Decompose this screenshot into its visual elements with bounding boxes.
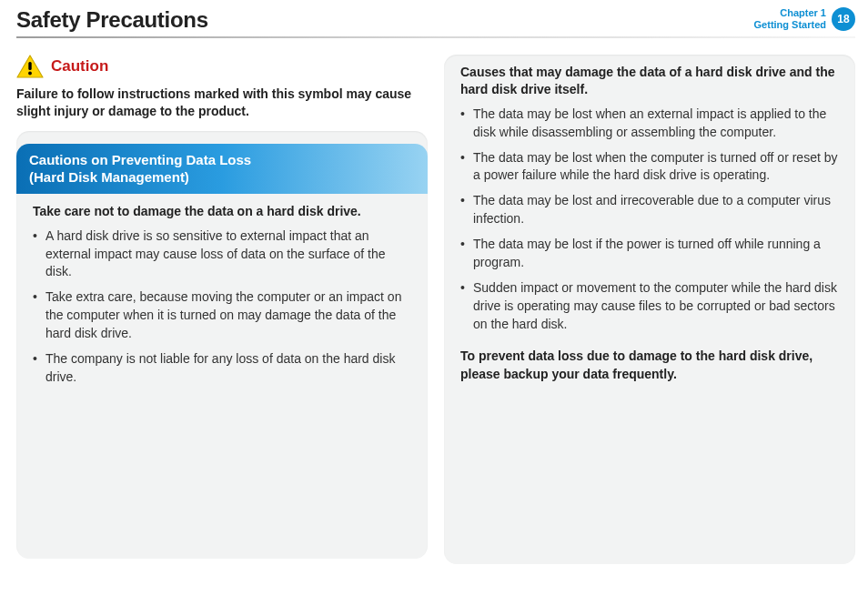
caution-label: Caution	[51, 57, 108, 76]
list-item: The company is not liable for any loss o…	[33, 350, 411, 387]
content-columns: Caution Failure to follow instructions m…	[0, 38, 868, 564]
list-item: The data may be lost when an external im…	[460, 106, 839, 142]
list-item: The data may be lost if the power is tur…	[460, 236, 839, 272]
right-section-title: Causes that may damage the data of a har…	[444, 55, 855, 106]
left-bullet-list: A hard disk drive is so sensitive to ext…	[16, 227, 428, 398]
right-panel: Causes that may damage the data of a har…	[444, 55, 855, 564]
svg-rect-0	[28, 62, 31, 70]
chapter-text: Chapter 1 Getting Started	[754, 7, 826, 30]
left-section-title: Take care not to damage the data on a ha…	[16, 194, 428, 227]
page-number-badge: 18	[832, 7, 855, 31]
left-column: Caution Failure to follow instructions m…	[16, 55, 428, 559]
left-panel-heading: Cautions on Preventing Data Loss (Hard D…	[16, 144, 428, 194]
chapter-line1: Chapter 1	[754, 7, 826, 19]
warning-icon	[16, 55, 44, 78]
caution-heading-row: Caution	[16, 55, 428, 78]
right-column: Causes that may damage the data of a har…	[444, 55, 855, 564]
svg-point-1	[28, 72, 32, 76]
list-item: The data may be lost when the computer i…	[460, 149, 839, 186]
list-item: A hard disk drive is so sensitive to ext…	[33, 227, 411, 282]
list-item: The data may be lost and irrecoverable d…	[460, 192, 839, 228]
list-item: Take extra care, because moving the comp…	[33, 288, 411, 343]
closing-text: To prevent data loss due to damage to th…	[444, 344, 855, 383]
chapter-block: Chapter 1 Getting Started 18	[754, 7, 855, 31]
caution-description: Failure to follow instructions marked wi…	[16, 86, 428, 120]
list-item: Sudden impact or movement to the compute…	[460, 279, 839, 334]
chapter-line2: Getting Started	[754, 19, 826, 31]
right-bullet-list: The data may be lost when an external im…	[444, 106, 855, 345]
page-title: Safety Precautions	[16, 7, 208, 33]
page-header: Safety Precautions Chapter 1 Getting Sta…	[0, 0, 868, 36]
left-panel: Cautions on Preventing Data Loss (Hard D…	[16, 131, 428, 559]
